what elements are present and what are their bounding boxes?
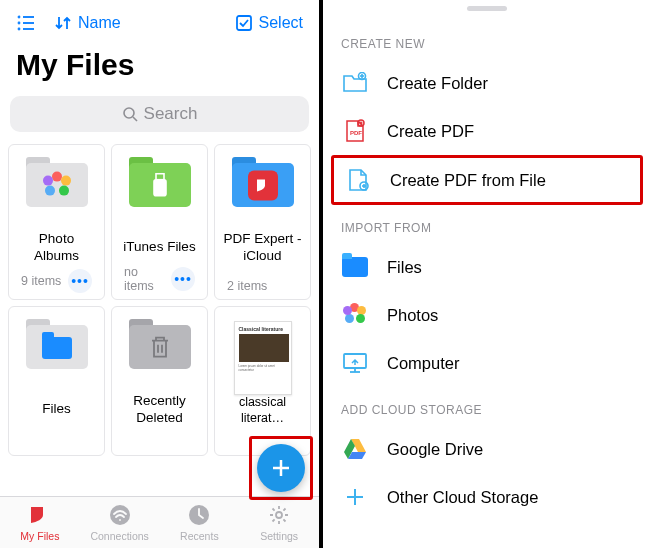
more-button[interactable]: •••	[171, 267, 195, 291]
plus-icon	[341, 485, 369, 509]
tile-pdfexpert[interactable]: PDF Expert - iCloud 2 items	[214, 144, 311, 300]
tile-itunes[interactable]: iTunes Files no items•••	[111, 144, 208, 300]
tile-label: iTunes Files	[123, 231, 195, 263]
section-import-from: IMPORT FROM	[323, 205, 651, 243]
tile-files[interactable]: Files	[8, 306, 105, 456]
section-cloud-storage: ADD CLOUD STORAGE	[323, 387, 651, 425]
row-label: Files	[387, 258, 422, 277]
files-folder-icon	[341, 255, 369, 279]
tile-meta: 9 items	[21, 274, 61, 288]
right-panel: CREATE NEW Create Folder PDF Create PDF …	[323, 0, 651, 548]
add-button[interactable]	[257, 444, 305, 492]
row-label: Create Folder	[387, 74, 488, 93]
gdrive-icon	[341, 437, 369, 461]
folder-icon	[129, 325, 191, 373]
svg-point-5	[19, 29, 20, 30]
svg-line-8	[133, 117, 137, 121]
tile-label: Photo Albums	[15, 231, 98, 265]
more-button[interactable]: •••	[68, 269, 92, 293]
row-label: Photos	[387, 306, 438, 325]
svg-point-3	[19, 17, 20, 18]
list-icon	[16, 14, 36, 32]
tile-meta: 2 items	[227, 279, 267, 293]
search-input[interactable]: Search	[10, 96, 309, 132]
select-button[interactable]: Select	[235, 14, 303, 32]
row-google-drive[interactable]: Google Drive	[323, 425, 651, 473]
search-icon	[122, 106, 138, 122]
file-plus-icon	[344, 168, 372, 192]
svg-point-17	[276, 512, 282, 518]
folder-icon	[26, 163, 88, 211]
usb-icon	[152, 173, 168, 199]
trash-icon	[148, 335, 172, 361]
sort-label: Name	[78, 14, 121, 32]
tab-label: My Files	[20, 530, 59, 542]
row-label: Google Drive	[387, 440, 483, 459]
tab-label: Recents	[180, 530, 219, 542]
pdf-plus-icon: PDF	[341, 119, 369, 143]
row-label: Create PDF	[387, 122, 474, 141]
highlight-frame: Create PDF from File	[331, 155, 643, 205]
pdfexpert-icon	[248, 171, 278, 201]
section-create-new: CREATE NEW	[323, 21, 651, 59]
row-create-pdf[interactable]: PDF Create PDF	[323, 107, 651, 155]
sort-icon	[54, 14, 72, 32]
tab-connections[interactable]: Connections	[80, 497, 160, 548]
tab-recents[interactable]: Recents	[160, 497, 240, 548]
folder-icon	[26, 325, 88, 373]
clock-icon	[187, 503, 211, 527]
svg-text:PDF: PDF	[350, 130, 362, 136]
search-placeholder: Search	[144, 104, 198, 124]
row-create-pdf-from-file[interactable]: Create PDF from File	[334, 158, 640, 202]
svg-point-7	[124, 108, 134, 118]
row-label: Create PDF from File	[390, 171, 546, 190]
checkbox-icon	[235, 14, 253, 32]
sheet-handle[interactable]	[467, 6, 507, 11]
left-panel: Name Select My Files Search Photo Albums…	[0, 0, 323, 548]
tile-label: PDF Expert - iCloud	[221, 231, 304, 265]
tile-photo-albums[interactable]: Photo Albums 9 items•••	[8, 144, 105, 300]
gear-icon	[267, 503, 291, 527]
pdfexpert-tab-icon	[28, 503, 52, 527]
folder-icon	[129, 163, 191, 211]
svg-rect-6	[237, 16, 251, 30]
tile-document[interactable]: Classical literatureLorem ipsum dolor si…	[214, 306, 311, 456]
tab-myfiles[interactable]: My Files	[0, 497, 80, 548]
computer-icon	[341, 351, 369, 375]
tile-meta: no items	[124, 265, 171, 293]
fab-highlight	[249, 436, 313, 500]
view-toggle[interactable]	[16, 14, 36, 32]
tile-recently-deleted[interactable]: Recently Deleted	[111, 306, 208, 456]
photos-icon	[341, 303, 369, 327]
tab-settings[interactable]: Settings	[239, 497, 319, 548]
row-create-folder[interactable]: Create Folder	[323, 59, 651, 107]
row-computer[interactable]: Computer	[323, 339, 651, 387]
plus-icon	[268, 455, 294, 481]
select-label: Select	[259, 14, 303, 32]
svg-rect-9	[156, 174, 164, 180]
tile-label: classical literat…	[221, 395, 304, 427]
folder-icon	[232, 163, 294, 211]
tile-label: Files	[42, 393, 71, 425]
svg-point-4	[19, 23, 20, 24]
tab-label: Settings	[260, 530, 298, 542]
row-other-cloud[interactable]: Other Cloud Storage	[323, 473, 651, 521]
row-files[interactable]: Files	[323, 243, 651, 291]
folder-plus-icon	[341, 71, 369, 95]
tab-label: Connections	[90, 530, 148, 542]
row-label: Computer	[387, 354, 459, 373]
svg-rect-10	[154, 180, 166, 196]
wifi-icon	[108, 503, 132, 527]
tile-label: Recently Deleted	[118, 393, 201, 427]
document-thumbnail: Classical literatureLorem ipsum dolor si…	[234, 321, 292, 395]
row-label: Other Cloud Storage	[387, 488, 538, 507]
sort-button[interactable]: Name	[54, 14, 121, 32]
row-photos[interactable]: Photos	[323, 291, 651, 339]
page-title: My Files	[0, 42, 319, 96]
